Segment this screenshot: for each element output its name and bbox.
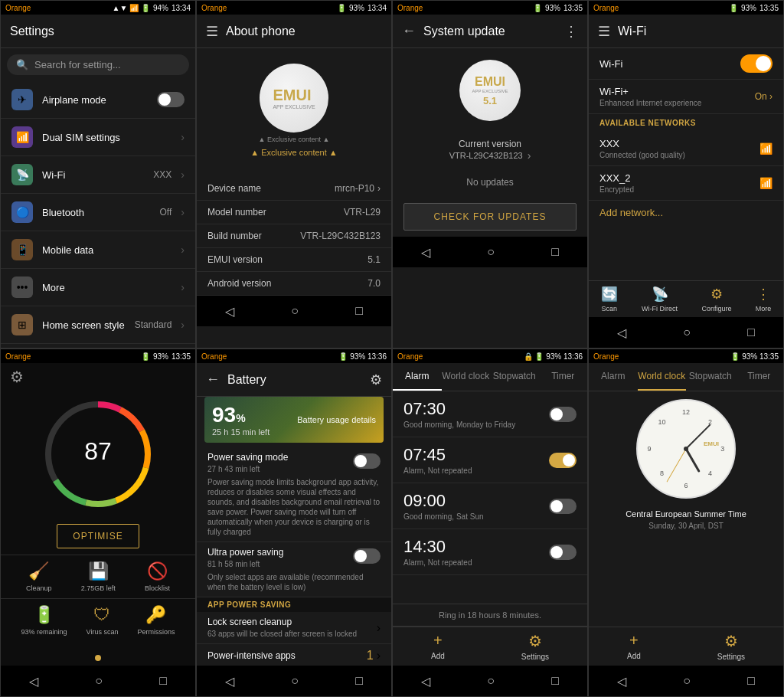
battery-settings-panel: Orange 🔋 93% 13:36 ← Battery ⚙ 93% 25 h … — [196, 348, 392, 697]
alarm-time-0900: 09:00 — [403, 491, 484, 511]
recents-btn-bp[interactable]: □ — [144, 671, 182, 691]
settings-dual-sim[interactable]: 📶 Dual SIM settings › — [1, 119, 195, 156]
settings-search[interactable]: 🔍 Search for setting... — [7, 54, 189, 75]
back-btn-update[interactable]: ◁ — [406, 242, 446, 263]
settings-wifi[interactable]: 📡 Wi-Fi XXX › — [1, 156, 195, 194]
optimise-button[interactable]: OPTIMISE — [57, 524, 139, 548]
home-btn-alarm[interactable]: ○ — [472, 671, 510, 691]
tab-timer-wc[interactable]: Timer — [735, 363, 784, 391]
power-saving-item[interactable]: Power saving mode 27 h 43 min left Power… — [197, 447, 391, 542]
back-btn-bs[interactable]: ◁ — [210, 671, 250, 692]
wifi-quick-more[interactable]: ⋮ More — [756, 286, 772, 313]
back-btn-bp[interactable]: ◁ — [14, 671, 54, 692]
alarm-time-0745: 07:45 — [403, 445, 472, 465]
home-btn-bs[interactable]: ○ — [276, 671, 314, 691]
clock-emui-brand: EMUI — [704, 440, 719, 447]
blocklist-btn[interactable]: 🚫 Blocklist — [145, 561, 170, 592]
settings-gear-icon[interactable]: ⚙ — [10, 368, 24, 386]
world-clock-panel: Orange 🔋 93% 13:35 Alarm World clock Sto… — [588, 348, 784, 697]
mobile-data-label: Mobile data — [42, 244, 172, 256]
alarm-toggle-0730[interactable] — [549, 407, 577, 422]
recents-btn-wifi[interactable]: □ — [732, 322, 770, 342]
storage-btn[interactable]: 💾 2.75GB left — [81, 561, 116, 592]
battery-usage-banner[interactable]: 93% 25 h 15 min left Battery usage detai… — [204, 397, 384, 443]
recents-btn-bs[interactable]: □ — [340, 671, 378, 691]
settings-icon-bs[interactable]: ⚙ — [370, 371, 382, 388]
network-xxx2-name: XXX_2 — [599, 172, 634, 184]
add-alarm-btn[interactable]: + Add — [431, 632, 445, 661]
about-title: About phone — [226, 25, 296, 38]
about-link[interactable]: ▲ Exclusive content ▲ — [246, 143, 342, 162]
wifi-plus[interactable]: Wi-Fi+ Enhanced Internet experience On › — [589, 80, 783, 114]
recents-btn-update[interactable]: □ — [536, 242, 574, 262]
wifi-quick-configure[interactable]: ⚙ Configure — [701, 286, 731, 313]
usage-details-link[interactable]: Battery usage details — [297, 415, 376, 424]
add-network-link[interactable]: Add network... — [589, 201, 783, 224]
storage-icon: 💾 — [88, 561, 109, 581]
menu-icon[interactable]: ☰ — [206, 23, 218, 40]
wifi-network-xxx2[interactable]: XXX_2 Encrypted 📶 — [589, 166, 783, 201]
back-btn-alarm[interactable]: ◁ — [406, 671, 446, 692]
alarm-desc-0745: Alarm, Not repeated — [403, 466, 472, 475]
battery-remaining-btn[interactable]: 🔋 93% remaining — [21, 605, 67, 636]
clock-settings-btn[interactable]: ⚙ Settings — [717, 632, 745, 661]
settings-more[interactable]: ••• More › — [1, 269, 195, 306]
settings-airplane-mode[interactable]: ✈ Airplane mode — [1, 81, 195, 119]
wifi-quick-scan[interactable]: 🔄 Scan — [601, 286, 618, 313]
lock-cleanup-item[interactable]: Lock screen cleanup 63 apps will be clos… — [197, 612, 391, 644]
wifi-toggle[interactable] — [740, 54, 773, 73]
settings-bluetooth[interactable]: 🔵 Bluetooth Off › — [1, 194, 195, 231]
back-icon-update[interactable]: ← — [402, 23, 416, 39]
about-device-name[interactable]: Device name mrcn-P10 › — [197, 177, 391, 201]
update-current-version[interactable]: Current version VTR-L29C432B123 › — [393, 133, 587, 168]
permissions-btn[interactable]: 🔑 Permissions — [137, 605, 175, 636]
settings-home-style[interactable]: ⊞ Home screen style Standard › — [1, 306, 195, 344]
wifi-quick-bar: 🔄 Scan 📡 Wi-Fi Direct ⚙ Configure ⋮ More — [589, 280, 783, 317]
check-updates-button[interactable]: CHECK FOR UPDATES — [403, 203, 577, 231]
settings-mobile-data[interactable]: 📱 Mobile data › — [1, 231, 195, 269]
power-apps-item[interactable]: Power-intensive apps 1 › — [197, 644, 391, 666]
add-clock-btn[interactable]: + Add — [627, 632, 641, 661]
home-btn-update[interactable]: ○ — [472, 242, 510, 262]
alarm-settings-btn[interactable]: ⚙ Settings — [521, 632, 549, 661]
tab-world-clock-wc[interactable]: World clock — [638, 363, 687, 391]
tab-world-clock[interactable]: World clock — [442, 363, 491, 391]
home-btn-bp[interactable]: ○ — [80, 671, 118, 691]
back-icon-bs[interactable]: ← — [206, 371, 220, 388]
ultra-power-time: 81 h 58 min left — [207, 559, 283, 569]
home-btn-about[interactable]: ○ — [276, 301, 314, 321]
recents-btn-alarm[interactable]: □ — [536, 671, 574, 691]
airplane-toggle[interactable] — [157, 92, 185, 107]
tab-stopwatch[interactable]: Stopwatch — [490, 363, 539, 391]
wifi-quick-direct[interactable]: 📡 Wi-Fi Direct — [642, 286, 678, 313]
alarm-toggle-0900[interactable] — [549, 499, 577, 514]
back-btn-about[interactable]: ◁ — [210, 301, 250, 322]
wifi-network-xxx[interactable]: XXX Connected (good quality) 📶 — [589, 132, 783, 166]
wifi-main-toggle[interactable]: Wi-Fi — [589, 48, 783, 80]
alarm-toggle-1430[interactable] — [549, 545, 577, 560]
home-btn-wifi[interactable]: ○ — [668, 322, 706, 342]
bottom-dot-indicator — [1, 650, 195, 666]
back-btn-wc[interactable]: ◁ — [602, 671, 642, 692]
home-btn-wc[interactable]: ○ — [668, 671, 706, 691]
update-exclusive: APP EXCLUSIVE — [472, 89, 508, 93]
battery-time-left: 25 h 15 min left — [212, 427, 270, 437]
airplane-label: Airplane mode — [42, 94, 148, 106]
tab-alarm[interactable]: Alarm — [393, 363, 442, 391]
ultra-power-item[interactable]: Ultra power saving 81 h 58 min left Only… — [197, 542, 391, 597]
cleanup-btn[interactable]: 🧹 Cleanup — [26, 561, 52, 592]
more-dots-update[interactable]: ⋮ — [564, 23, 578, 40]
ultra-power-toggle[interactable] — [353, 548, 381, 564]
back-btn-wifi[interactable]: ◁ — [602, 322, 642, 343]
nav-bar-battery-phone: ◁ ○ □ — [1, 666, 195, 696]
android-label: Android version — [207, 278, 271, 289]
recents-btn-about[interactable]: □ — [340, 301, 378, 321]
recents-btn-wc[interactable]: □ — [732, 671, 770, 691]
tab-stopwatch-wc[interactable]: Stopwatch — [686, 363, 735, 391]
tab-alarm-wc[interactable]: Alarm — [589, 363, 638, 391]
menu-icon-wifi[interactable]: ☰ — [598, 23, 610, 40]
power-saving-toggle[interactable] — [353, 453, 381, 469]
alarm-toggle-0745[interactable] — [549, 453, 577, 468]
virus-scan-btn[interactable]: 🛡 Virus scan — [87, 605, 119, 636]
tab-timer[interactable]: Timer — [539, 363, 588, 391]
